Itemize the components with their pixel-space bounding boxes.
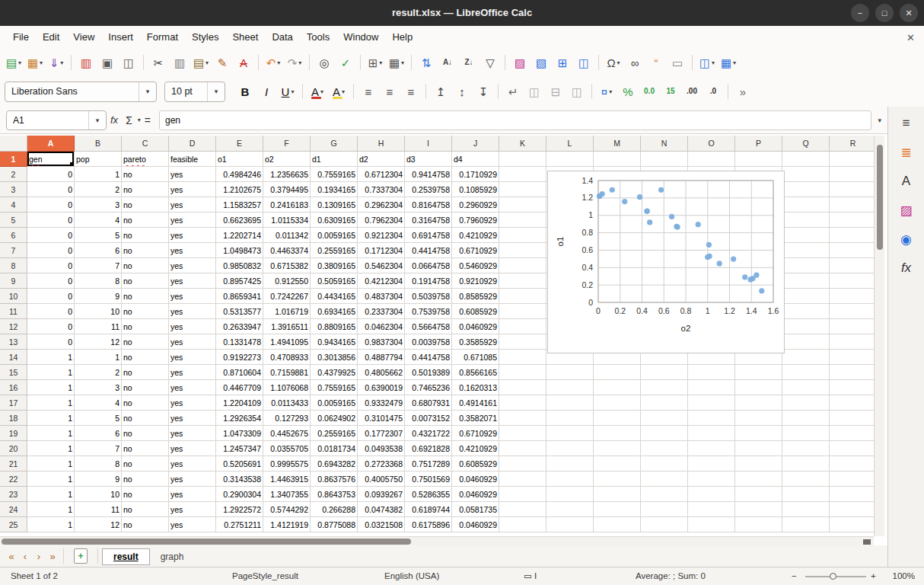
clone-formatting-icon[interactable]: ✎ — [212, 53, 232, 72]
font-color-icon[interactable]: A▾ — [307, 82, 327, 101]
row-header-5[interactable]: 5 — [0, 213, 27, 228]
cell-C14[interactable]: no — [122, 350, 169, 365]
cell-Q18[interactable] — [782, 411, 830, 426]
cell-F23[interactable]: 1.3407355 — [263, 487, 311, 502]
cell-A18[interactable]: 1 — [27, 411, 75, 426]
column-header-G[interactable]: G — [311, 136, 358, 152]
cell-F7[interactable]: 0.4463374 — [263, 243, 311, 258]
cell-K3[interactable] — [499, 182, 546, 197]
cell-R23[interactable] — [830, 487, 874, 502]
cell-H16[interactable]: 0.6390019 — [358, 380, 405, 395]
cell-F9[interactable]: 0.912550 — [263, 273, 311, 289]
zoom-out-button[interactable]: − — [792, 567, 797, 585]
cell-I2[interactable]: 0.9414758 — [405, 167, 452, 182]
row-header-1[interactable]: 1 — [0, 152, 27, 167]
cell-D1[interactable]: feasible — [169, 152, 216, 167]
cut-icon[interactable]: ✂ — [148, 53, 168, 72]
cell-M19[interactable] — [594, 426, 641, 441]
menu-sheet[interactable]: Sheet — [225, 26, 265, 49]
insert-special-character-dropdown-icon[interactable]: ▾ — [617, 59, 620, 66]
cell-E15[interactable]: 0.8710604 — [216, 365, 263, 380]
last-sheet-icon[interactable]: » — [46, 551, 59, 562]
save-dropdown-icon[interactable]: ▾ — [60, 59, 63, 66]
font-size-combo[interactable]: 10 pt ▾ — [164, 82, 225, 102]
cell-R22[interactable] — [830, 472, 874, 487]
cell-H15[interactable]: 0.4805662 — [358, 365, 405, 380]
cell-O1[interactable] — [688, 152, 735, 167]
insert-image-icon[interactable]: ▨ — [510, 53, 530, 72]
cell-K12[interactable] — [499, 319, 546, 334]
menu-help[interactable]: Help — [385, 26, 419, 49]
spelling-icon[interactable]: ✓ — [336, 53, 355, 72]
cell-J14[interactable]: 0.671085 — [452, 350, 499, 365]
row-header-18[interactable]: 18 — [0, 411, 27, 426]
cell-H4[interactable]: 0.2962304 — [358, 197, 405, 213]
cell-D5[interactable]: yes — [169, 213, 216, 228]
row-header-7[interactable]: 7 — [0, 243, 27, 258]
cell-J8[interactable]: 0.5460929 — [452, 258, 499, 273]
new-document-dropdown-icon[interactable]: ▾ — [18, 59, 21, 66]
zoom-in-button[interactable]: + — [871, 567, 876, 585]
cell-Q9[interactable] — [782, 273, 830, 289]
cell-H3[interactable]: 0.7337304 — [358, 182, 405, 197]
cell-C23[interactable]: no — [122, 487, 169, 502]
table-borders-icon[interactable]: ⊞▾ — [365, 53, 385, 72]
cell-E14[interactable]: 0.9192273 — [216, 350, 263, 365]
cell-F11[interactable]: 1.016719 — [263, 304, 311, 319]
cell-K4[interactable] — [499, 197, 546, 213]
cell-Q6[interactable] — [782, 228, 830, 243]
cell-H7[interactable]: 0.1712304 — [358, 243, 405, 258]
cell-A11[interactable]: 0 — [27, 304, 75, 319]
row-header-24[interactable]: 24 — [0, 502, 27, 517]
cell-H11[interactable]: 0.2337304 — [358, 304, 405, 319]
sort-ascending-icon[interactable]: A↓ — [438, 53, 457, 72]
cell-C22[interactable]: no — [122, 472, 169, 487]
cell-B16[interactable]: 3 — [75, 380, 122, 395]
cell-D2[interactable]: yes — [169, 167, 216, 182]
cell-B13[interactable]: 12 — [75, 334, 122, 350]
save-icon[interactable]: ⇓▾ — [46, 53, 66, 72]
cell-A15[interactable]: 1 — [27, 365, 75, 380]
cell-K20[interactable] — [499, 441, 546, 456]
cell-C6[interactable]: no — [122, 228, 169, 243]
cell-H2[interactable]: 0.6712304 — [358, 167, 405, 182]
column-header-N[interactable]: N — [641, 136, 688, 152]
cell-C9[interactable]: no — [122, 273, 169, 289]
cell-stats[interactable]: Average: ; Sum: 0 — [636, 567, 706, 585]
cell-B23[interactable]: 10 — [75, 487, 122, 502]
cell-A3[interactable]: 0 — [27, 182, 75, 197]
cell-F2[interactable]: 1.2356635 — [263, 167, 311, 182]
cell-I22[interactable]: 0.7501569 — [405, 472, 452, 487]
vertical-scrollbar[interactable] — [874, 136, 884, 536]
cell-H20[interactable]: 0.0493538 — [358, 441, 405, 456]
cell-M1[interactable] — [594, 152, 641, 167]
cell-I4[interactable]: 0.8164758 — [405, 197, 452, 213]
cell-N23[interactable] — [641, 487, 688, 502]
cell-A14[interactable]: 1 — [27, 350, 75, 365]
cell-C21[interactable]: no — [122, 456, 169, 472]
cell-R15[interactable] — [830, 365, 874, 380]
cell-N1[interactable] — [641, 152, 688, 167]
cell-K1[interactable] — [499, 152, 546, 167]
cell-F6[interactable]: 0.011342 — [263, 228, 311, 243]
cell-E12[interactable]: 0.2633947 — [216, 319, 263, 334]
cell-Q16[interactable] — [782, 380, 830, 395]
cell-D3[interactable]: yes — [169, 182, 216, 197]
cell-J23[interactable]: 0.0460929 — [452, 487, 499, 502]
cell-G7[interactable]: 0.2559165 — [311, 243, 358, 258]
cell-N21[interactable] — [641, 456, 688, 472]
cell-O23[interactable] — [688, 487, 735, 502]
cell-D11[interactable]: yes — [169, 304, 216, 319]
cell-H22[interactable]: 0.4005750 — [358, 472, 405, 487]
cell-R2[interactable] — [830, 167, 874, 182]
cell-P25[interactable] — [735, 517, 782, 532]
cell-G3[interactable]: 0.1934165 — [311, 182, 358, 197]
cell-O19[interactable] — [688, 426, 735, 441]
functions-icon[interactable]: fx — [894, 256, 919, 280]
cell-I3[interactable]: 0.2539758 — [405, 182, 452, 197]
styles-icon[interactable]: A — [894, 169, 919, 193]
cell-E7[interactable]: 1.0498473 — [216, 243, 263, 258]
previous-sheet-icon[interactable]: ‹ — [18, 551, 32, 562]
cell-A9[interactable]: 0 — [27, 273, 75, 289]
cell-D25[interactable]: yes — [169, 517, 216, 532]
